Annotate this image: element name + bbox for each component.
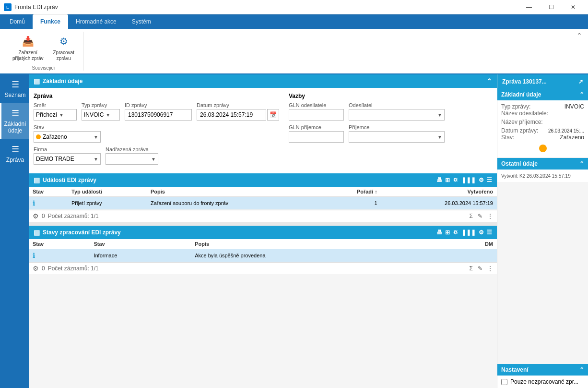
stav-value: Zařazeno	[43, 133, 67, 140]
proc-bars-icon[interactable]: ❚❚❚	[461, 229, 476, 236]
proc-more-icon[interactable]: ⋮	[487, 265, 493, 272]
proc-gear-icon[interactable]: ⚙	[479, 229, 484, 236]
right-nastaveni-collapse[interactable]: ⌃	[579, 366, 584, 373]
odes-select[interactable]: ▼	[349, 109, 445, 121]
table-row[interactable]: ℹ Přijetí zprávy Zařazení souboru do fro…	[29, 197, 497, 210]
col-poradi[interactable]: Pořadí ↑	[323, 187, 381, 197]
gln-odes-label: GLN odesilatele	[289, 102, 344, 108]
events-footer-right: Σ ✎ ⋮	[470, 213, 493, 219]
events-menu-icon[interactable]: ☰	[487, 177, 492, 183]
nadrazena-label: Nadřazená zpráva	[106, 146, 158, 152]
right-stav-label: Stav:	[501, 134, 514, 141]
right-field-prij: Název příjemce:	[501, 119, 584, 125]
nadrazena-group: Nadřazená zpráva ▼	[106, 146, 158, 165]
col-popis[interactable]: Popis	[147, 187, 323, 197]
proc-print-icon[interactable]: 🖶	[436, 229, 442, 236]
ribbon-collapse-button[interactable]: ⌃	[576, 32, 582, 39]
datum-zpravy-group: Datum zprávy 📅	[197, 102, 279, 121]
prij-label: Příjemce	[349, 124, 445, 130]
events-gear-icon[interactable]: ⚙	[479, 177, 484, 183]
proc-settings-icon[interactable]: ⛭	[453, 229, 459, 236]
processing-footer-right: Σ ✎ ⋮	[470, 265, 493, 272]
main-layout: ☰ Seznam ☰ Základníúdaje ☰ Zpráva ▤ Zákl…	[0, 74, 588, 388]
ribbon-collapse: ⌃	[84, 32, 584, 39]
stav-select[interactable]: Zařazeno ▼	[34, 131, 101, 143]
vazby-column: Vazby GLN odesilatele Odesílatel ▼	[289, 93, 492, 169]
proc-chart-icon[interactable]: ⊞	[445, 229, 450, 236]
id-zpravy-input[interactable]	[125, 109, 192, 121]
sidebar-item-zakladni[interactable]: ☰ Základníúdaje	[0, 103, 29, 139]
row-vytvoreno: 26.03.2024 15:57:19	[381, 197, 497, 210]
vazby-row-2: GLN příjemce Příjemce ▼	[289, 124, 492, 143]
events-chart-icon[interactable]: ⊞	[445, 177, 450, 183]
proc-edit-icon[interactable]: ✎	[478, 265, 482, 272]
form-columns: Zpráva Směr Příchozí ▼ Typ zprávy	[34, 93, 492, 169]
right-ostatni-collapse[interactable]: ⌃	[579, 160, 584, 167]
typ-zpravy-select[interactable]: INVOIC ▼	[82, 109, 120, 121]
processing-table-container: Stav Stav Popis DM ℹ Informace Akce byla…	[29, 239, 497, 262]
events-bars-icon[interactable]: ❚❚❚	[461, 177, 476, 183]
datum-zpravy-input[interactable]	[197, 109, 266, 121]
events-sigma-icon[interactable]: Σ	[470, 213, 473, 219]
events-header: ▤ Události EDI zprávy 🖶 ⊞ ⛭ ❚❚❚ ⚙ ☰	[29, 173, 497, 187]
nastaveni-checkbox[interactable]	[501, 379, 507, 385]
row-poradi: 1	[323, 197, 381, 210]
title-bar-left: E Fronta EDI zpráv	[4, 3, 58, 11]
zpracovat-button[interactable]: ⚙ Zpracovatzprávu	[49, 32, 78, 63]
right-field-typ: Typ zprávy: INVOIC	[501, 103, 584, 110]
scroll-divider[interactable]: ⋯	[29, 222, 497, 226]
events-settings-icon[interactable]: ⛭	[453, 177, 459, 183]
col-vytvoreno[interactable]: Vytvořeno	[381, 187, 497, 197]
prow-popis: Akce byla úspěšně provedena	[191, 249, 445, 262]
col-stav[interactable]: Stav	[29, 187, 68, 197]
pcol-stav2[interactable]: Stav	[90, 239, 191, 249]
events-edit-icon[interactable]: ✎	[478, 213, 482, 219]
events-more-icon[interactable]: ⋮	[487, 213, 493, 219]
right-zakladni-section: Základní údaje ⌃ Typ zprávy: INVOIC Náze…	[497, 89, 588, 157]
firma-select[interactable]: DEMO TRADE ▼	[34, 153, 101, 165]
close-button[interactable]: ✕	[562, 0, 584, 14]
proc-settings-footer-icon[interactable]: ⚙	[33, 265, 39, 272]
table-row[interactable]: ℹ Informace Akce byla úspěšně provedena	[29, 249, 497, 262]
proc-menu-icon[interactable]: ☰	[487, 229, 492, 236]
typ-zpravy-value: INVOIC	[84, 111, 104, 118]
events-settings-footer-icon[interactable]: ⚙	[33, 212, 39, 220]
seznam-icon: ☰	[12, 79, 19, 90]
sidebar-item-seznam[interactable]: ☰ Seznam	[0, 74, 29, 103]
section-collapse-icon[interactable]: ⌃	[486, 77, 492, 85]
sidebar-item-zprava[interactable]: ☰ Zpráva	[0, 139, 29, 168]
nadrazena-select[interactable]: ▼	[106, 153, 158, 165]
smer-select[interactable]: Příchozí ▼	[34, 109, 77, 121]
pcol-dm[interactable]: DM	[446, 239, 497, 249]
events-header-left: ▤ Události EDI zprávy	[34, 176, 96, 184]
gln-odes-input[interactable]	[289, 109, 344, 121]
pcol-popis[interactable]: Popis	[191, 239, 445, 249]
right-ostatni-section: Ostatní údaje ⌃ Vytvořil: K2 26.03.2024 …	[497, 158, 588, 182]
form-row-3: Firma DEMO TRADE ▼ Nadřazená zpráva	[34, 146, 279, 165]
stav-group: Stav Zařazeno ▼	[34, 124, 101, 143]
zarazeni-button[interactable]: 📥 Zařazenípřijatých zpráv	[9, 32, 47, 63]
tab-system[interactable]: Systém	[124, 14, 159, 29]
app-icon: E	[4, 3, 12, 11]
right-zakladni-collapse[interactable]: ⌃	[579, 91, 584, 98]
right-typ-label: Typ zprávy:	[501, 103, 530, 110]
tab-funkce[interactable]: Funkce	[33, 14, 68, 29]
proc-sigma-icon[interactable]: Σ	[470, 265, 473, 272]
odes-label: Odesílatel	[349, 102, 445, 108]
datum-calendar-button[interactable]: 📅	[267, 109, 279, 121]
pcol-stav1[interactable]: Stav	[29, 239, 90, 249]
tab-domu[interactable]: Domů	[2, 14, 33, 29]
zakladni-icon: ☰	[12, 108, 19, 119]
right-ostatni-header: Ostatní údaje ⌃	[497, 158, 588, 170]
prij-select[interactable]: ▼	[349, 131, 445, 143]
maximize-button[interactable]: ☐	[540, 0, 562, 14]
gln-prij-input[interactable]	[289, 131, 344, 143]
minimize-button[interactable]: ―	[518, 0, 540, 14]
right-nastaveni-title: Nastavení	[501, 366, 529, 373]
events-print-icon[interactable]: 🖶	[436, 177, 442, 183]
right-panel-expand-icon[interactable]: ➚	[578, 78, 583, 85]
row-popis: Zařazení souboru do fronty zpráv	[147, 197, 323, 210]
col-typ[interactable]: Typ události	[68, 187, 147, 197]
odes-group: Odesílatel ▼	[349, 102, 445, 121]
tab-hromadne[interactable]: Hromadné akce	[68, 14, 124, 29]
